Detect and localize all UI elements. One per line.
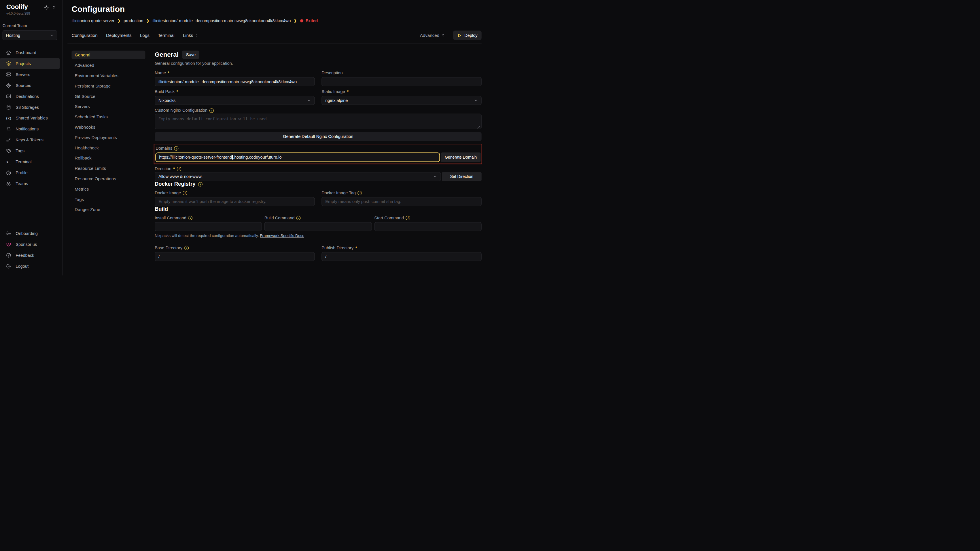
- start-command-input[interactable]: [374, 222, 481, 231]
- generate-nginx-button[interactable]: Generate Default Nginx Configuration: [155, 132, 482, 141]
- set-direction-button[interactable]: Set Direction: [442, 172, 482, 181]
- publish-directory-input[interactable]: [321, 252, 481, 261]
- info-icon: i: [183, 191, 187, 195]
- sidebar-item-projects[interactable]: Projects: [0, 58, 60, 69]
- publish-directory-label: Publish Directory*: [321, 246, 481, 250]
- current-team-label: Current Team: [3, 23, 62, 28]
- docker-image-tag-input[interactable]: [321, 197, 481, 206]
- domain-value-after-caret: .hosting.codeyourfuture.io: [233, 155, 282, 159]
- tab-label: Deployments: [106, 33, 132, 38]
- sidebar-item-terminal[interactable]: >_Terminal: [0, 156, 62, 167]
- tab-terminal[interactable]: Terminal: [158, 33, 174, 38]
- sidebar-item-notifications[interactable]: Notifications: [0, 124, 62, 135]
- status-badge: Exited: [300, 18, 318, 23]
- save-button[interactable]: Save: [182, 51, 199, 59]
- info-icon: i: [188, 216, 192, 220]
- sidebar-item-label: S3 Storages: [16, 105, 39, 110]
- custom-nginx-textarea[interactable]: [155, 114, 482, 129]
- sidebar-item-profile[interactable]: Profile: [0, 167, 62, 178]
- sidebar-item-teams[interactable]: Teams: [0, 178, 62, 189]
- text-caret: [232, 155, 233, 159]
- domains-input[interactable]: https://illicitonion-quote-server-fronte…: [155, 152, 440, 162]
- static-image-select[interactable]: nginx:alpine: [321, 96, 481, 105]
- sidebar-item-destinations[interactable]: Destinations: [0, 91, 62, 102]
- breadcrumb-item[interactable]: illicitonion quote server: [72, 18, 115, 23]
- sidebar-item-label: Sources: [16, 83, 31, 88]
- tab-label: Configuration: [72, 33, 97, 38]
- subnav-item-webhooks[interactable]: Webhooks: [72, 123, 145, 131]
- subnav-item-servers[interactable]: Servers: [72, 102, 145, 111]
- sidebar-item-servers[interactable]: Servers: [0, 69, 62, 80]
- team-select[interactable]: Hosting: [3, 30, 57, 40]
- logout-icon: [6, 264, 11, 269]
- section-title: General: [155, 51, 178, 59]
- breadcrumb-item[interactable]: production: [124, 18, 143, 23]
- description-input[interactable]: [321, 77, 481, 86]
- description-label: Description: [321, 70, 481, 75]
- sidebar-item-sponsor-us[interactable]: Sponsor us: [0, 239, 62, 250]
- subnav-item-resource-limits[interactable]: Resource Limits: [72, 164, 145, 172]
- build-command-label: Build Commandi: [264, 216, 372, 220]
- install-command-input[interactable]: [155, 222, 262, 231]
- chevron-right-icon: ❯: [118, 19, 121, 23]
- info-icon: i: [406, 216, 410, 220]
- docker-image-tag-label: Docker Image Tagi: [321, 191, 481, 195]
- subnav-item-environment-variables[interactable]: Environment Variables: [72, 71, 145, 79]
- resize-handle-icon[interactable]: [477, 126, 480, 129]
- sidebar-item-s3-storages[interactable]: S3 Storages: [0, 102, 62, 113]
- tab-deployments[interactable]: Deployments: [106, 33, 132, 38]
- sidebar-item-label: Notifications: [16, 127, 38, 131]
- subnav-item-general[interactable]: General: [72, 51, 145, 59]
- tab-configuration[interactable]: Configuration: [72, 33, 97, 38]
- subnav-item-git-source[interactable]: Git Source: [72, 92, 145, 100]
- build-pack-select[interactable]: Nixpacks: [155, 96, 315, 105]
- domain-value-before-caret: https://illicitonion-quote-server-fronte…: [159, 155, 232, 159]
- sidebar-item-label: Keys & Tokens: [16, 138, 43, 142]
- tab-links[interactable]: Links: [183, 33, 199, 38]
- subnav-item-scheduled-tasks[interactable]: Scheduled Tasks: [72, 113, 145, 121]
- direction-select[interactable]: Allow www & non-www.: [155, 172, 441, 181]
- theme-toggle-sun-icon[interactable]: [44, 5, 49, 10]
- static-image-value: nginx:alpine: [325, 98, 348, 103]
- sidebar-item-dashboard[interactable]: Dashboard: [0, 47, 62, 58]
- play-icon: [457, 33, 461, 37]
- build-command-input[interactable]: [264, 222, 372, 231]
- deploy-button[interactable]: Deploy: [453, 30, 482, 40]
- custom-nginx-label: Custom Nginx Configurationi: [155, 108, 482, 113]
- subnav-item-advanced[interactable]: Advanced: [72, 61, 145, 69]
- sidebar-item-onboarding[interactable]: Onboarding: [0, 228, 62, 239]
- subnav-item-persistent-storage[interactable]: Persistent Storage: [72, 81, 145, 90]
- sidebar-item-tags[interactable]: Tags: [0, 146, 62, 157]
- base-directory-input[interactable]: [155, 252, 315, 261]
- sidebar-item-shared-variables[interactable]: (x)Shared Variables: [0, 113, 62, 124]
- subnav-item-resource-operations[interactable]: Resource Operations: [72, 174, 145, 183]
- sidebar-item-label: Destinations: [16, 94, 39, 99]
- sidebar-item-feedback[interactable]: Feedback: [0, 250, 62, 261]
- generate-domain-button[interactable]: Generate Domain: [441, 152, 481, 162]
- subnav-item-preview-deployments[interactable]: Preview Deployments: [72, 133, 145, 141]
- name-input[interactable]: [155, 77, 315, 86]
- sidebar-item-label: Terminal: [16, 159, 32, 164]
- coolify-app: Coolify v4.0.0-beta.399 Current Team Hos…: [0, 0, 490, 275]
- subnav-item-healthcheck[interactable]: Healthcheck: [72, 143, 145, 152]
- sidebar-item-keys-tokens[interactable]: Keys & Tokens: [0, 135, 62, 146]
- subnav-item-danger-zone[interactable]: Danger Zone: [72, 205, 145, 214]
- docker-image-input[interactable]: [155, 197, 315, 206]
- breadcrumb-item[interactable]: illicitestonion/-module--decomposition:m…: [153, 18, 291, 23]
- tab-logs[interactable]: Logs: [140, 33, 150, 38]
- sidebar-item-label: Logout: [16, 264, 29, 268]
- subnav-item-tags[interactable]: Tags: [72, 195, 145, 203]
- start-command-label: Start Commandi: [374, 216, 481, 220]
- tabbar: ConfigurationDeploymentsLogsTerminalLink…: [72, 30, 481, 40]
- subnav-item-metrics[interactable]: Metrics: [72, 184, 145, 193]
- info-icon: i: [185, 246, 189, 250]
- info-icon: i: [358, 191, 362, 195]
- subnav-item-rollback[interactable]: Rollback: [72, 154, 145, 162]
- sidebar-item-label: Profile: [16, 170, 28, 175]
- sidebar-item-sources[interactable]: Sources: [0, 80, 62, 91]
- sidebar-item-logout[interactable]: Logout: [0, 261, 62, 272]
- framework-docs-link[interactable]: Framework Specific Docs: [260, 233, 304, 238]
- sidebar: Coolify v4.0.0-beta.399 Current Team Hos…: [0, 0, 62, 275]
- sidebar-collapse-icon[interactable]: [52, 5, 56, 10]
- advanced-dropdown[interactable]: Advanced: [420, 33, 445, 38]
